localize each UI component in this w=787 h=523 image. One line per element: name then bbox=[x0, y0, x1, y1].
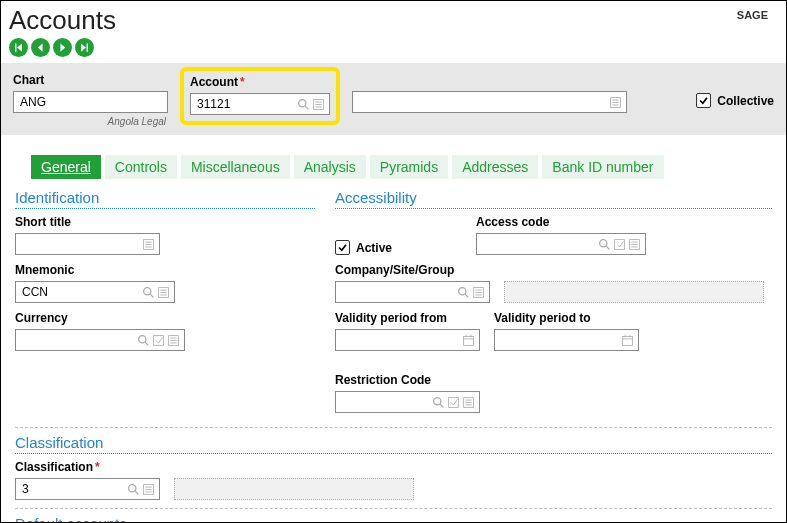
tabs: General Controls Miscellaneous Analysis … bbox=[31, 155, 786, 179]
mnemonic-label: Mnemonic bbox=[15, 263, 315, 279]
svg-line-49 bbox=[440, 404, 443, 407]
first-record-button[interactable] bbox=[9, 38, 28, 57]
svg-point-48 bbox=[434, 397, 441, 404]
chart-input[interactable] bbox=[18, 94, 163, 110]
access-code-label: Access code bbox=[476, 215, 646, 231]
tab-addresses[interactable]: Addresses bbox=[452, 155, 538, 179]
divider bbox=[15, 508, 772, 509]
list-icon[interactable] bbox=[312, 97, 325, 111]
list-icon[interactable] bbox=[157, 285, 170, 299]
section-default-accounts: Default accounts bbox=[15, 515, 772, 523]
lookup-icon[interactable] bbox=[457, 285, 470, 299]
svg-point-20 bbox=[139, 335, 146, 342]
list-icon[interactable] bbox=[142, 482, 155, 496]
lookup-icon[interactable] bbox=[297, 97, 310, 111]
tab-analysis[interactable]: Analysis bbox=[294, 155, 366, 179]
svg-point-14 bbox=[144, 287, 151, 294]
short-title-label: Short title bbox=[15, 215, 315, 231]
access-code-input[interactable] bbox=[481, 236, 596, 252]
validity-to-input[interactable] bbox=[499, 332, 619, 348]
section-rule bbox=[15, 208, 315, 209]
svg-line-56 bbox=[135, 491, 138, 494]
tab-pyramids[interactable]: Pyramids bbox=[370, 155, 448, 179]
svg-point-0 bbox=[299, 99, 306, 106]
lookup-icon[interactable] bbox=[598, 237, 611, 251]
tab-general[interactable]: General bbox=[31, 155, 101, 179]
prev-record-button[interactable] bbox=[31, 38, 50, 57]
account-input-wrap bbox=[190, 93, 330, 115]
lookup-icon[interactable] bbox=[432, 395, 445, 409]
section-rule bbox=[335, 208, 772, 209]
section-identification: Identification bbox=[15, 189, 315, 206]
account-input[interactable] bbox=[195, 96, 295, 112]
svg-line-28 bbox=[606, 246, 609, 249]
chart-label: Chart bbox=[13, 73, 168, 89]
list-icon[interactable] bbox=[628, 237, 641, 251]
chart-hint: Angola Legal bbox=[13, 115, 168, 127]
lookup-icon[interactable] bbox=[142, 285, 155, 299]
active-label: Active bbox=[356, 241, 392, 255]
svg-point-55 bbox=[129, 484, 136, 491]
checkbox-icon bbox=[335, 240, 350, 255]
company-input[interactable] bbox=[340, 284, 455, 300]
svg-rect-29 bbox=[615, 239, 625, 249]
company-desc-readonly bbox=[504, 281, 764, 303]
next-record-button[interactable] bbox=[53, 38, 72, 57]
page-title: Accounts bbox=[9, 5, 116, 36]
collective-label: Collective bbox=[717, 94, 774, 108]
svg-rect-44 bbox=[623, 336, 633, 345]
lookup-icon[interactable] bbox=[127, 482, 140, 496]
svg-point-34 bbox=[459, 287, 466, 294]
chart-field: Chart Angola Legal bbox=[13, 73, 168, 127]
section-rule bbox=[15, 453, 772, 454]
company-label: Company/Site/Group bbox=[335, 263, 772, 279]
account-desc-wrap bbox=[352, 91, 627, 113]
list-icon[interactable] bbox=[142, 237, 155, 251]
svg-rect-22 bbox=[154, 335, 164, 345]
list-icon[interactable] bbox=[167, 333, 180, 347]
svg-point-27 bbox=[600, 239, 607, 246]
svg-line-21 bbox=[145, 342, 148, 345]
list-icon[interactable] bbox=[462, 395, 475, 409]
svg-line-35 bbox=[465, 294, 468, 297]
svg-rect-50 bbox=[449, 397, 459, 407]
tab-controls[interactable]: Controls bbox=[105, 155, 177, 179]
restriction-label: Restriction Code bbox=[335, 373, 480, 389]
tab-bank-id[interactable]: Bank ID number bbox=[542, 155, 663, 179]
svg-line-1 bbox=[305, 106, 308, 109]
list-icon[interactable] bbox=[472, 285, 485, 299]
currency-label: Currency bbox=[15, 311, 315, 327]
calendar-icon[interactable] bbox=[462, 333, 475, 347]
mnemonic-input[interactable] bbox=[20, 284, 140, 300]
validity-from-label: Validity period from bbox=[335, 311, 480, 327]
divider bbox=[15, 427, 772, 428]
record-nav bbox=[1, 38, 786, 63]
chart-input-wrap bbox=[13, 91, 168, 113]
brand-label: SAGE bbox=[737, 5, 774, 21]
currency-input[interactable] bbox=[20, 332, 135, 348]
list-icon[interactable] bbox=[609, 95, 622, 109]
svg-rect-40 bbox=[464, 336, 474, 345]
classification-input[interactable] bbox=[20, 481, 125, 497]
classification-desc-readonly bbox=[174, 478, 414, 500]
account-label: Account* bbox=[190, 75, 330, 91]
restriction-input[interactable] bbox=[340, 394, 430, 410]
tab-miscellaneous[interactable]: Miscellaneous bbox=[181, 155, 290, 179]
classification-label: Classification* bbox=[15, 460, 772, 476]
validity-to-label: Validity period to bbox=[494, 311, 639, 327]
action-icon[interactable] bbox=[152, 333, 165, 347]
account-desc-input[interactable] bbox=[357, 94, 607, 110]
action-icon[interactable] bbox=[447, 395, 460, 409]
active-checkbox[interactable]: Active bbox=[335, 240, 392, 255]
last-record-button[interactable] bbox=[75, 38, 94, 57]
validity-from-input[interactable] bbox=[340, 332, 460, 348]
action-icon[interactable] bbox=[613, 237, 626, 251]
checkbox-icon bbox=[696, 93, 711, 108]
calendar-icon[interactable] bbox=[621, 333, 634, 347]
svg-line-15 bbox=[150, 294, 153, 297]
criteria-bar: Chart Angola Legal Account* Collective bbox=[1, 63, 786, 135]
lookup-icon[interactable] bbox=[137, 333, 150, 347]
short-title-input[interactable] bbox=[20, 236, 140, 252]
collective-checkbox[interactable]: Collective bbox=[696, 93, 774, 108]
account-field: Account* bbox=[190, 75, 330, 115]
